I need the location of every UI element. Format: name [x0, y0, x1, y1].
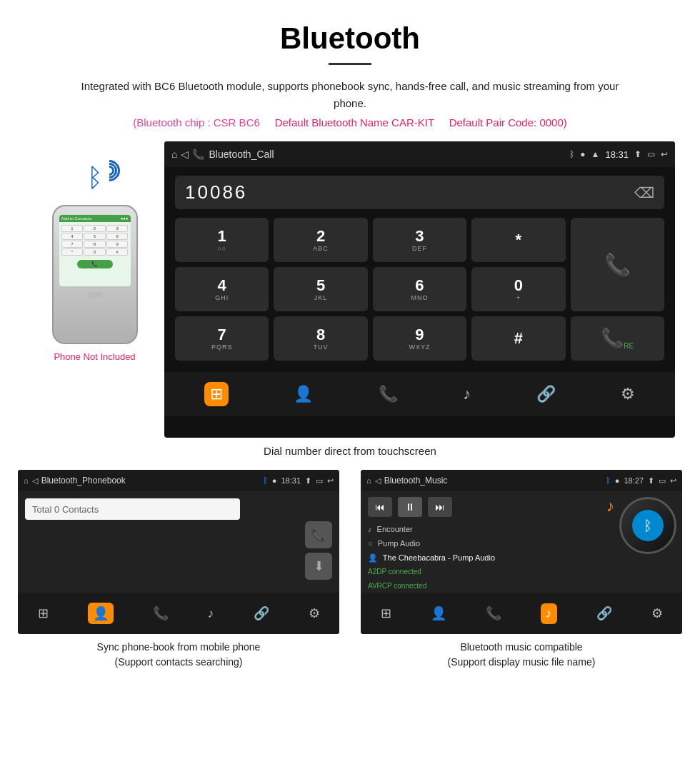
- music-title: Bluetooth_Music: [384, 476, 602, 486]
- pb-signal: ●: [272, 476, 277, 485]
- call-screen-title: Bluetooth_Call: [209, 149, 565, 160]
- prev-button[interactable]: ⏮: [368, 497, 392, 517]
- key-9[interactable]: 9WXYZ: [373, 316, 466, 361]
- key-star[interactable]: *: [471, 218, 565, 262]
- title-underline: [329, 63, 371, 65]
- pb-settings-icon[interactable]: ⚙: [309, 605, 320, 621]
- mu-bt-indicator: ᛒ: [606, 476, 611, 485]
- wifi-indicator: ▲: [591, 149, 600, 159]
- music-screen-wrap: ⌂ ◁ Bluetooth_Music ᛒ ● 18:27 ⬆ ▭ ↩ ⏮ ⏸ …: [357, 470, 686, 670]
- mu-contacts-icon[interactable]: 👤: [431, 605, 446, 621]
- key-hash[interactable]: #: [471, 316, 565, 361]
- phonebook-content: Total 0 Contacts 📞 ⬇: [18, 491, 339, 593]
- mu-signal: ●: [615, 476, 620, 485]
- pb-link-icon[interactable]: 🔗: [254, 605, 269, 621]
- music-bottom-bar: ⊞ 👤 📞 ♪ 🔗 ⚙: [361, 593, 682, 634]
- bt-indicator: ᛒ: [569, 149, 574, 159]
- pb-contacts-icon[interactable]: 👤: [88, 603, 114, 624]
- key-8[interactable]: 8TUV: [274, 316, 367, 361]
- bluetooth-signal: ᛒ: [87, 163, 103, 193]
- music-android-screen: ⌂ ◁ Bluetooth_Music ᛒ ● 18:27 ⬆ ▭ ↩ ⏮ ⏸ …: [361, 470, 682, 634]
- link-icon[interactable]: 🔗: [536, 385, 556, 403]
- key-0[interactable]: 0+: [471, 267, 565, 311]
- phone-image: Add to Contacts ●●● 123 456 789 *0# 📞: [52, 205, 138, 344]
- recall-button[interactable]: 📞RE: [571, 316, 664, 361]
- mu-settings-icon[interactable]: ⚙: [651, 605, 663, 621]
- mu-link-icon[interactable]: 🔗: [596, 605, 612, 621]
- key-6[interactable]: 6MNO: [373, 267, 466, 311]
- phonebook-title: Bluetooth_Phonebook: [41, 476, 259, 486]
- phonebook-topbar: ⌂ ◁ Bluetooth_Phonebook ᛒ ● 18:31 ⬆ ▭ ↩: [18, 470, 339, 491]
- key-7[interactable]: 7PQRS: [175, 316, 269, 361]
- mu-expand: ⬆: [648, 476, 654, 486]
- page-title: Bluetooth: [0, 0, 700, 63]
- next-button[interactable]: ⏭: [428, 497, 452, 517]
- music-topbar: ⌂ ◁ Bluetooth_Music ᛒ ● 18:27 ⬆ ▭ ↩: [361, 470, 682, 491]
- spec-name: Default Bluetooth Name CAR-KIT: [275, 116, 434, 129]
- bluetooth-icon: ᛒ: [87, 163, 103, 193]
- download-contacts-button[interactable]: ⬇: [305, 553, 332, 580]
- pb-dialpad-icon[interactable]: ⊞: [38, 605, 49, 621]
- android-call-screen: ⌂ ◁ 📞 Bluetooth_Call ᛒ ● ▲ 18:31 ⬆ ▭ ↩ 1…: [164, 141, 675, 438]
- call-contact-button[interactable]: 📞: [305, 521, 332, 548]
- key-1[interactable]: 1○○: [175, 218, 269, 262]
- pb-bt-indicator: ᛒ: [263, 476, 268, 485]
- key-3[interactable]: 3DEF: [373, 218, 466, 262]
- pb-phone-icon[interactable]: 📞: [153, 605, 169, 621]
- back-icon: ◁: [181, 149, 189, 160]
- music-nav-icon[interactable]: ♪: [463, 385, 471, 403]
- mu-window: ▭: [659, 476, 666, 486]
- pb-back-nav: ↩: [327, 476, 334, 486]
- pb-music-icon[interactable]: ♪: [208, 606, 214, 621]
- phone-icon-small: 📞: [192, 149, 204, 160]
- signal-indicator: ●: [580, 149, 585, 159]
- call-button[interactable]: 📞: [571, 218, 664, 311]
- settings-icon[interactable]: ⚙: [621, 385, 635, 403]
- music-caption: Bluetooth music compatible (Support disp…: [448, 640, 596, 670]
- specs-row: (Bluetooth chip : CSR BC6 Default Blueto…: [0, 116, 700, 129]
- phonebook-buttons: 📞 ⬇: [305, 521, 332, 580]
- contacts-search-input[interactable]: Total 0 Contacts: [25, 498, 240, 520]
- spec-chip: (Bluetooth chip : CSR BC6: [133, 116, 260, 129]
- music-disc: ᛒ: [619, 497, 676, 554]
- home-icon: ⌂: [171, 149, 177, 160]
- contacts-icon[interactable]: 👤: [294, 385, 313, 403]
- key-4[interactable]: 4GHI: [175, 267, 269, 311]
- mu-phone-icon[interactable]: 📞: [486, 605, 501, 621]
- mu-dialpad-icon[interactable]: ⊞: [381, 605, 391, 621]
- handsfree-icon[interactable]: 📞: [379, 385, 398, 403]
- key-2[interactable]: 2ABC: [274, 218, 367, 262]
- description: Integrated with BC6 Bluetooth module, su…: [79, 78, 621, 112]
- play-pause-button[interactable]: ⏸: [398, 497, 422, 517]
- main-call-section: ᛒ Add to Contacts ●●● 123 456 789 *0#: [0, 141, 700, 438]
- dial-input-row: 10086 ⌫: [175, 176, 664, 209]
- spec-code: Default Pair Code: 0000): [449, 116, 567, 129]
- call-bottom-bar: ⊞ 👤 📞 ♪ 🔗 ⚙: [164, 372, 675, 416]
- dialpad-icon[interactable]: ⊞: [204, 382, 229, 406]
- key-5[interactable]: 5JKL: [274, 267, 367, 311]
- music-note-decor: ♪: [606, 497, 614, 516]
- back-nav-icon: ↩: [661, 149, 668, 159]
- phonebook-screen-wrap: ⌂ ◁ Bluetooth_Phonebook ᛒ ● 18:31 ⬆ ▭ ↩ …: [14, 470, 343, 670]
- dial-number: 10086: [185, 181, 634, 203]
- phonebook-caption: Sync phone-book from mobile phone (Suppo…: [97, 640, 261, 670]
- mu-home-icon: ⌂: [366, 476, 371, 485]
- dial-caption: Dial number direct from touchscreen: [0, 445, 700, 457]
- track-status-a2dp: A2DP connected: [368, 565, 675, 579]
- bottom-screens: ⌂ ◁ Bluetooth_Phonebook ᛒ ● 18:31 ⬆ ▭ ↩ …: [0, 470, 700, 670]
- expand-icon: ⬆: [634, 149, 641, 159]
- pb-home-icon: ⌂: [24, 476, 29, 485]
- phonebook-bottom-bar: ⊞ 👤 📞 ♪ 🔗 ⚙: [18, 593, 339, 634]
- mu-back-nav: ↩: [670, 476, 676, 486]
- mu-music-icon[interactable]: ♪: [541, 603, 557, 624]
- track-status-avrcp: AVRCP connected: [368, 579, 675, 593]
- topbar-time: 18:31: [605, 149, 629, 160]
- window-icon: ▭: [647, 149, 655, 159]
- mu-back-icon: ◁: [375, 476, 381, 486]
- pb-back-icon: ◁: [32, 476, 38, 486]
- backspace-button[interactable]: ⌫: [634, 184, 654, 201]
- mu-time: 18:27: [624, 476, 644, 485]
- contacts-placeholder: Total 0 Contacts: [32, 504, 99, 515]
- call-topbar: ⌂ ◁ 📞 Bluetooth_Call ᛒ ● ▲ 18:31 ⬆ ▭ ↩: [164, 141, 675, 167]
- keypad-grid: 1○○ 2ABC 3DEF * 📞 4GHI 5JKL 6MNO 0+ 7PQR…: [175, 218, 664, 361]
